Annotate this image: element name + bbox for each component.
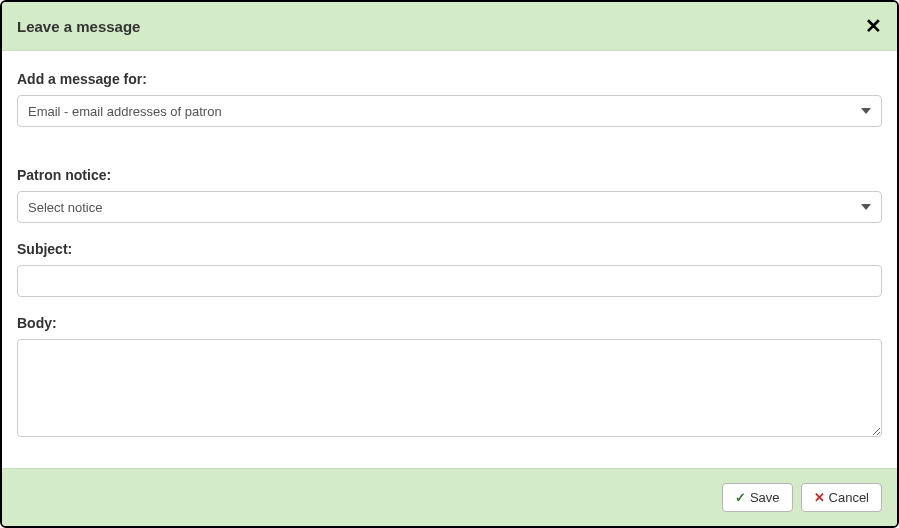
leave-message-modal: Leave a message ✕ Add a message for: Ema… xyxy=(0,0,899,528)
modal-footer: ✓ Save ✕ Cancel xyxy=(2,468,897,526)
message-for-label: Add a message for: xyxy=(17,71,882,87)
save-button-label: Save xyxy=(750,490,780,505)
save-button[interactable]: ✓ Save xyxy=(722,483,793,512)
body-label: Body: xyxy=(17,315,882,331)
modal-header: Leave a message ✕ xyxy=(2,2,897,51)
body-group: Body: xyxy=(17,315,882,440)
cross-icon: ✕ xyxy=(814,490,825,505)
message-for-group: Add a message for: Email - email address… xyxy=(17,71,882,127)
message-for-select[interactable]: Email - email addresses of patron xyxy=(17,95,882,127)
modal-body: Add a message for: Email - email address… xyxy=(2,51,897,468)
subject-input[interactable] xyxy=(17,265,882,297)
subject-label: Subject: xyxy=(17,241,882,257)
body-textarea[interactable] xyxy=(17,339,882,437)
check-icon: ✓ xyxy=(735,490,746,505)
close-icon[interactable]: ✕ xyxy=(865,16,882,36)
patron-notice-select[interactable]: Select notice xyxy=(17,191,882,223)
patron-notice-group: Patron notice: Select notice xyxy=(17,167,882,223)
cancel-button[interactable]: ✕ Cancel xyxy=(801,483,882,512)
modal-title: Leave a message xyxy=(17,18,140,35)
subject-group: Subject: xyxy=(17,241,882,297)
patron-notice-label: Patron notice: xyxy=(17,167,882,183)
cancel-button-label: Cancel xyxy=(829,490,869,505)
